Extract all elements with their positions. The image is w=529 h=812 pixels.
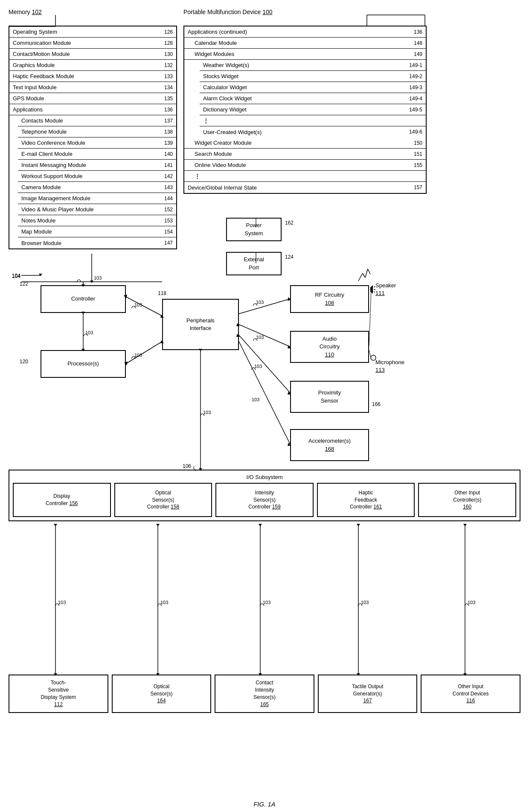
memory-row-haptic: Haptic Feedback Module 133 (9, 71, 176, 82)
memory-title: Memory 102 (9, 9, 42, 15)
proximity-text: ProximitySensor (318, 389, 341, 404)
power-system-text: PowerSystem (244, 222, 263, 237)
processor-num: 120 (20, 359, 28, 365)
pmd-widget-dictionary: Dictionary Widget 149-5 (200, 104, 426, 115)
mem-bus-num: 104 (12, 273, 20, 279)
sensor-other-input: Other InputControl Devices116 (421, 675, 520, 713)
svg-line-74 (369, 290, 371, 346)
pmd-row-search: Search Module 151 (184, 149, 426, 160)
ext-port-num: 124 (285, 254, 294, 260)
processor-text: Processor(s) (67, 360, 99, 368)
svg-marker-58 (259, 524, 262, 526)
memory-row-email: E-mail Client Module 140 (18, 149, 176, 160)
proximity-num: 166 (372, 401, 381, 407)
widget-sub-container: Weather Widget(s) 149-1 Stocks Widget 14… (200, 60, 426, 137)
memory-rows-container: Operating System 126 Communication Modul… (9, 26, 177, 249)
memory-row-gps: GPS Module 135 (9, 93, 176, 104)
sensor-tactile-output: Tactile OutputGenerator(s)167 (318, 675, 418, 713)
svg-line-25 (126, 342, 162, 364)
pmd-row-onlinevideo: Online Video Module 155 (184, 160, 426, 171)
svg-point-4 (371, 355, 376, 360)
memory-row-notes: Notes Module 153 (18, 215, 176, 226)
svg-line-32 (239, 324, 290, 347)
memory-row-videoconf: Video Conference Module 139 (18, 137, 176, 149)
pmd-widget-weather: Weather Widget(s) 149-1 (200, 60, 426, 71)
memory-row-video-music: Video & Music Player Module 152 (18, 204, 176, 215)
sensor-section: Touch-SensitiveDisplay System112 Optical… (9, 675, 520, 713)
processor-box: Processor(s) (41, 350, 126, 378)
svg-line-70 (358, 273, 363, 281)
power-num: 162 (285, 220, 294, 226)
svg-text:103: 103 (256, 335, 264, 340)
io-haptic-controller: HapticFeedbackController 161 (317, 483, 415, 517)
controller-box: Controller (41, 285, 126, 313)
pmd-num: 100 (262, 9, 272, 15)
svg-line-71 (363, 273, 365, 277)
svg-text:103: 103 (203, 410, 211, 415)
memory-row-os: Operating System 126 (9, 26, 176, 38)
memory-row-imagemgmt: Image Management Module 144 (18, 193, 176, 204)
pmd-row-devicestate: Device/Global Internal State 157 (184, 182, 426, 193)
microphone-label: Microphone113 (375, 359, 404, 374)
pmd-row-calendar: Calendar Module 148 (184, 38, 426, 49)
memory-row-im: Instant Messaging Module 141 (18, 160, 176, 171)
svg-marker-62 (357, 524, 360, 526)
memory-row-graphics: Graphics Module 132 (9, 60, 176, 71)
sensor-optical: OpticalSensor(s)164 (112, 675, 212, 713)
svg-line-29 (239, 299, 290, 314)
svg-marker-54 (156, 524, 160, 526)
memory-row-contacts: Contacts Module 137 (18, 115, 176, 126)
memory-row-browser: Browser Module 147 (18, 237, 176, 248)
memory-box: Operating System 126 Communication Modul… (9, 26, 177, 249)
memory-row-apps-header: Applications 136 (9, 104, 176, 115)
svg-text:103: 103 (58, 600, 66, 605)
pmd-box: Applications (continued) 136 Calendar Mo… (183, 26, 427, 194)
svg-marker-50 (54, 524, 57, 526)
svg-text:103: 103 (256, 300, 264, 305)
svg-text:103: 103 (134, 353, 142, 358)
speaker-icon (370, 285, 375, 294)
pmd-row-dots2: ⋮ (184, 171, 426, 182)
pmd-rows-container: Applications (continued) 136 Calendar Mo… (183, 26, 427, 194)
memory-row-workout: Workout Support Module 142 (18, 171, 176, 182)
bus-label-103a: 103 (94, 275, 102, 280)
sensor-contact-intensity: ContactIntensitySensor(s)165 (215, 675, 314, 713)
apps-sub-container: Contacts Module 137 Telephone Module 138… (18, 115, 176, 248)
svg-line-17 (126, 297, 162, 316)
controller-num: 122 (20, 281, 28, 287)
audio-text: AudioCircuitry110 (320, 335, 340, 359)
pmd-widget-stocks: Stocks Widget 149-2 (200, 71, 426, 82)
sensor-touch-display: Touch-SensitiveDisplay System112 (9, 675, 108, 713)
svg-text:103: 103 (85, 330, 93, 335)
io-controllers-row: DisplayController 156 OpticalSensor(s)Co… (13, 483, 516, 517)
pmd-widget-calculator: Calculator Widget 149-3 (200, 82, 426, 93)
memory-label-text: Memory (9, 9, 32, 15)
io-other-controller: Other InputController(s)160 (418, 483, 516, 517)
svg-text:103: 103 (134, 302, 142, 307)
pmd-row-widgets: Widget Modules 149 (184, 49, 426, 60)
proximity-box: ProximitySensor (290, 381, 369, 413)
svg-line-36 (239, 335, 290, 393)
accel-box: Accelerometer(s)168 (290, 429, 369, 461)
svg-line-73 (368, 269, 370, 274)
pmd-widget-dots: ⋮ (200, 115, 426, 126)
audio-box: AudioCircuitry110 (290, 331, 369, 363)
peripherals-text: PeripheralsInterface (186, 317, 215, 332)
speaker-label: Speaker111 (375, 282, 396, 297)
controller-text: Controller (71, 295, 95, 303)
memory-row-contact: Contact/Motion Module 130 (9, 49, 176, 60)
pmd-row-widgetcreator: Widget Creator Module 150 (184, 137, 426, 149)
io-display-controller: DisplayController 156 (13, 483, 111, 517)
svg-text:103: 103 (468, 600, 475, 605)
memory-num: 102 (32, 9, 41, 15)
svg-line-1 (374, 286, 375, 287)
peripherals-bus-num: 118 (158, 290, 166, 296)
memory-row-telephone: Telephone Module 138 (18, 126, 176, 137)
svg-line-3 (374, 292, 375, 292)
svg-text:103: 103 (361, 600, 369, 605)
svg-marker-66 (463, 524, 467, 526)
memory-row-text-input: Text Input Module 134 (9, 82, 176, 93)
pmd-title: Portable Multifunction Device 100 (183, 9, 273, 15)
io-subsystem-container: I/O Subsystem DisplayController 156 Opti… (9, 470, 520, 521)
svg-marker-0 (370, 285, 373, 294)
